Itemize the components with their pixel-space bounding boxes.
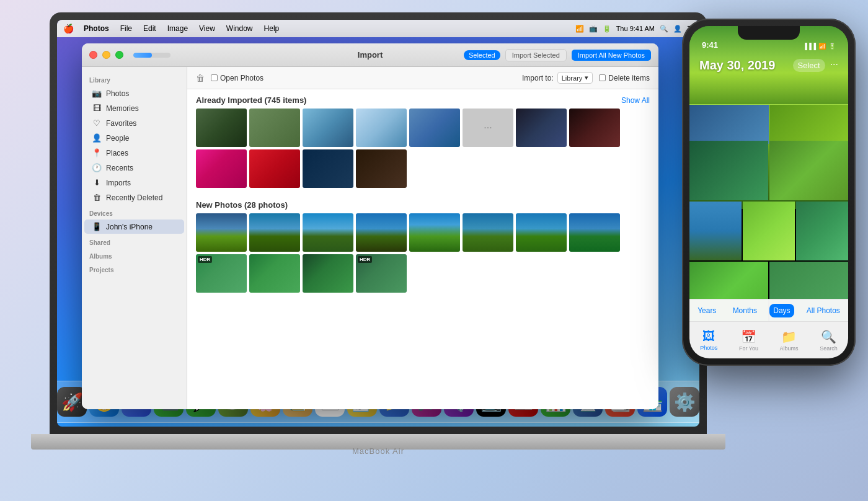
new-photo-thumb[interactable] <box>249 254 300 293</box>
iphone-photos-tab-label: Photos <box>700 345 717 351</box>
iphone-tab-for-you[interactable]: 📅 For You <box>739 329 758 352</box>
new-photo-thumb[interactable] <box>303 254 353 293</box>
sidebar-favorites-label: Favorites <box>106 119 136 128</box>
new-photo-thumb[interactable]: HDR <box>356 254 407 293</box>
photo-thumb[interactable] <box>303 109 353 147</box>
photo-thumb[interactable] <box>516 109 567 147</box>
photo-thumb[interactable] <box>249 149 300 188</box>
import-all-button[interactable]: Import All New Photos <box>572 50 651 61</box>
iphone-photo-cell[interactable] <box>689 202 742 261</box>
dock-system-prefs[interactable]: ⚙️ <box>670 387 699 417</box>
menu-item-photos[interactable]: Photos <box>80 23 113 34</box>
new-photo-thumb[interactable] <box>249 213 300 252</box>
iphone-nav-years[interactable]: Years <box>694 304 720 317</box>
iphone-search-tab-icon: 🔍 <box>821 329 836 344</box>
sidebar-item-places[interactable]: 📍 Places <box>84 146 184 160</box>
iphone: 9:41 ▐▐▐ 📶 🔋 May 30, 2019 Select ··· <box>682 19 856 366</box>
iphone-select-button[interactable]: Select <box>793 59 825 72</box>
photo-thumb[interactable] <box>249 109 300 147</box>
menu-item-edit[interactable]: Edit <box>140 23 160 34</box>
iphone-screen: 9:41 ▐▐▐ 📶 🔋 May 30, 2019 Select ··· <box>689 26 848 358</box>
iphone-status-bar: 9:41 ▐▐▐ 📶 🔋 <box>689 26 848 53</box>
import-to-label-text: Import to: <box>522 74 554 82</box>
new-photo-thumb[interactable] <box>516 213 567 252</box>
window-body: Library 📷 Photos 🎞 Memories ♡ Favorites <box>82 67 658 409</box>
iphone-photo-cell[interactable] <box>743 202 795 261</box>
iphone-photo-cell[interactable] <box>769 141 848 200</box>
photo-thumb[interactable] <box>303 149 353 188</box>
apple-menu-icon[interactable]: 🍎 <box>63 24 74 33</box>
menu-bar: 🍎 Photos File Edit Image View Window Hel… <box>57 20 699 37</box>
sidebar-iphone-label: John's iPhone <box>106 223 153 231</box>
sidebar-item-favorites[interactable]: ♡ Favorites <box>84 116 184 130</box>
chevron-icon: ▾ <box>585 74 588 82</box>
sidebar-people-label: People <box>106 134 129 143</box>
sidebar-item-people[interactable]: 👤 People <box>84 131 184 145</box>
new-photo-thumb[interactable]: HDR <box>196 254 247 293</box>
menu-item-help[interactable]: Help <box>260 23 283 34</box>
new-photo-thumb[interactable] <box>196 213 247 252</box>
wifi-icon: 📶 <box>575 25 584 33</box>
sidebar-item-iphone[interactable]: 📱 John's iPhone <box>84 219 184 234</box>
sidebar-item-recents[interactable]: 🕐 Recents <box>84 161 184 175</box>
menu-item-view[interactable]: View <box>195 23 219 34</box>
maximize-button[interactable] <box>115 51 123 59</box>
delete-items-checkbox[interactable] <box>599 74 606 81</box>
photo-thumb[interactable] <box>569 109 620 147</box>
user-icon[interactable]: 👤 <box>673 25 682 33</box>
photo-thumb[interactable] <box>196 149 247 188</box>
main-content: 🗑 Open Photos Import to: Library ▾ <box>187 67 658 409</box>
photo-thumb[interactable] <box>356 149 407 188</box>
close-button[interactable] <box>89 51 97 59</box>
photo-thumb-placeholder[interactable]: ··· <box>463 109 513 147</box>
iphone-nav-days[interactable]: Days <box>769 304 794 317</box>
placeholder-dots: ··· <box>484 122 492 133</box>
iphone-tab-search[interactable]: 🔍 Search <box>820 329 838 352</box>
hdr-badge: HDR <box>198 256 212 263</box>
iphone-nav-months[interactable]: Months <box>729 304 761 317</box>
open-photos-checkbox[interactable] <box>211 74 218 81</box>
new-photo-thumb[interactable] <box>409 213 460 252</box>
import-selected-button[interactable]: Import Selected <box>505 49 567 61</box>
open-photos-text: Open Photos <box>220 74 264 82</box>
new-photo-thumb[interactable] <box>303 213 353 252</box>
menu-item-file[interactable]: File <box>117 23 136 34</box>
iphone-photo-cell[interactable] <box>769 105 849 144</box>
iphone-more-button[interactable]: ··· <box>830 59 838 72</box>
sidebar-memories-label: Memories <box>106 104 139 113</box>
trash-icon: 🗑 <box>92 193 102 202</box>
menu-item-image[interactable]: Image <box>164 23 192 34</box>
sidebar-item-recently-deleted[interactable]: 🗑 Recently Deleted <box>84 190 184 205</box>
sidebar-item-imports[interactable]: ⬇ Imports <box>84 175 184 190</box>
toolbar-trash-icon: 🗑 <box>196 73 205 83</box>
show-all-link[interactable]: Show All <box>621 96 650 105</box>
new-photo-thumb[interactable] <box>569 213 620 252</box>
sidebar-item-memories[interactable]: 🎞 Memories <box>84 101 184 115</box>
photo-thumb[interactable] <box>409 109 460 147</box>
photo-thumb[interactable] <box>356 109 407 147</box>
new-photo-thumb[interactable] <box>463 213 513 252</box>
sidebar-item-photos[interactable]: 📷 Photos <box>84 86 184 100</box>
open-photos-option[interactable]: Open Photos <box>211 74 264 82</box>
menu-item-window[interactable]: Window <box>223 23 257 34</box>
iphone-body: 9:41 ▐▐▐ 📶 🔋 May 30, 2019 Select ··· <box>682 19 856 366</box>
photo-thumb[interactable] <box>196 109 247 147</box>
iphone-tab-photos[interactable]: 🖼 Photos <box>700 329 717 351</box>
iphone-photo-cell[interactable] <box>689 141 768 200</box>
iphone-albums-tab-icon: 📁 <box>781 329 797 344</box>
battery-icon: 🔋 <box>603 25 611 33</box>
import-toolbar: 🗑 Open Photos Import to: Library ▾ <box>187 67 658 89</box>
search-icon[interactable]: 🔍 <box>660 25 668 33</box>
photos-window: Import Selected Import Selected Import A… <box>82 43 658 409</box>
iphone-photo-row-2 <box>689 202 848 261</box>
minimize-button[interactable] <box>102 51 110 59</box>
iphone-nav-all-photos[interactable]: All Photos <box>803 304 844 317</box>
new-photo-thumb[interactable] <box>356 213 407 252</box>
iphone-albums-tab-label: Albums <box>780 345 799 352</box>
iphone-photo-cell[interactable] <box>796 202 848 261</box>
iphone-photo-cell[interactable] <box>689 105 769 144</box>
import-to-select[interactable]: Library ▾ <box>557 72 593 84</box>
already-imported-grid: ··· <box>187 109 658 194</box>
delete-items-option[interactable]: Delete items <box>599 74 650 82</box>
iphone-tab-albums[interactable]: 📁 Albums <box>780 329 799 352</box>
